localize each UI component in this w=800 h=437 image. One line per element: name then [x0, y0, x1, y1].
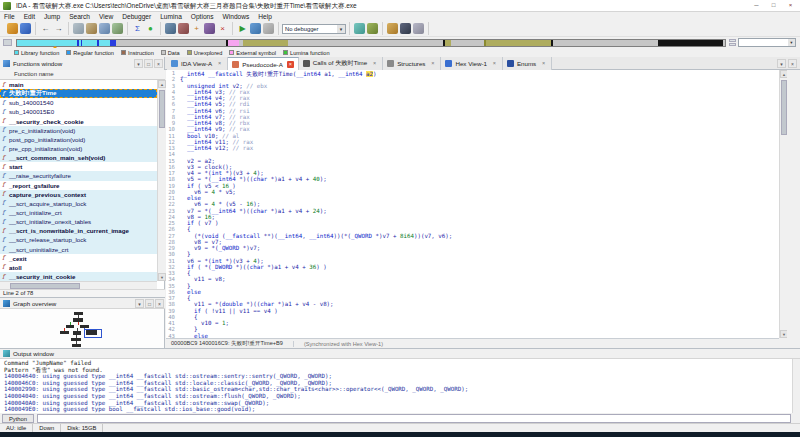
- tab-close-icon[interactable]: ×: [216, 60, 223, 67]
- function-row[interactable]: fpre_cpp_initialization(void): [0, 144, 157, 153]
- tab-structures[interactable]: Structures×: [383, 57, 441, 70]
- calculator-icon[interactable]: [413, 23, 424, 34]
- jump-to-function-combo[interactable]: ▾: [738, 38, 796, 47]
- dock-float-button[interactable]: □: [145, 299, 154, 308]
- function-row[interactable]: f_report_gsfailure: [0, 181, 157, 190]
- step-icon[interactable]: [367, 23, 378, 34]
- function-row[interactable]: fcapture_previous_context: [0, 190, 157, 199]
- cancel-icon[interactable]: ×: [217, 23, 228, 34]
- tab-calls-of-time[interactable]: Calls of 失败时Time×: [299, 57, 383, 70]
- menu-file[interactable]: File: [4, 13, 15, 20]
- navigation-band[interactable]: [16, 39, 726, 47]
- functions-horizontal-scrollbar[interactable]: [0, 281, 157, 289]
- function-row[interactable]: fsub_1400015E0: [0, 107, 157, 116]
- stop-debug-icon[interactable]: [263, 23, 274, 34]
- function-row[interactable]: fmain: [0, 80, 157, 89]
- navband-down-button[interactable]: [729, 43, 736, 46]
- menu-edit[interactable]: Edit: [24, 13, 35, 20]
- patch-icon[interactable]: [204, 23, 215, 34]
- jump-icon[interactable]: [165, 23, 176, 34]
- cli-input[interactable]: [37, 414, 791, 423]
- navband-up-button[interactable]: [729, 39, 736, 42]
- chevron-down-icon[interactable]: ▾: [337, 25, 345, 33]
- scroll-down-button[interactable]: ▼: [158, 273, 166, 281]
- shell-icon[interactable]: [400, 23, 411, 34]
- close-button[interactable]: ×: [783, 1, 798, 10]
- menu-view[interactable]: View: [99, 13, 113, 20]
- dock-close-button[interactable]: ×: [155, 299, 164, 308]
- scroll-up-button[interactable]: ▲: [158, 80, 166, 88]
- navband-drag-handle[interactable]: [3, 39, 12, 46]
- breakpoints-icon[interactable]: [178, 23, 189, 34]
- function-row[interactable]: fsub_140001540: [0, 98, 157, 107]
- tab-hex-view-1[interactable]: Hex View-1×: [441, 57, 503, 70]
- output-console[interactable]: Command "JumpName" failedPattern "看雪" wa…: [0, 359, 792, 413]
- function-row[interactable]: f_cexit: [0, 254, 157, 263]
- pseudocode-vertical-scrollbar[interactable]: ▲ ▼: [779, 70, 787, 338]
- minimize-button[interactable]: ─: [749, 1, 764, 10]
- dock-close-button[interactable]: ×: [154, 59, 163, 68]
- struct-icon[interactable]: [86, 23, 97, 34]
- menu-lumina[interactable]: Lumina: [160, 13, 182, 20]
- add-icon[interactable]: +: [191, 23, 202, 34]
- tab-list-button[interactable]: ▾: [777, 59, 786, 68]
- start-debug-icon[interactable]: ▶: [237, 23, 248, 34]
- comment-icon[interactable]: [112, 23, 123, 34]
- search-icon[interactable]: Σ: [132, 23, 143, 34]
- tab-close-icon[interactable]: ×: [287, 61, 294, 68]
- function-row[interactable]: fpre_c_initialization(void): [0, 126, 157, 135]
- menu-windows[interactable]: Windows: [223, 13, 250, 20]
- function-row[interactable]: f__scrt_initialize_crt: [0, 208, 157, 217]
- cli-interpreter-button[interactable]: Python: [2, 414, 34, 423]
- pause-debug-icon[interactable]: [250, 23, 261, 34]
- function-row[interactable]: f__scrt_initialize_onexit_tables: [0, 217, 157, 226]
- function-row[interactable]: f失败时!重开Time: [0, 89, 157, 98]
- function-row[interactable]: fpost_pgo_initialization(void): [0, 135, 157, 144]
- tab-close-button[interactable]: ×: [788, 59, 797, 68]
- undo-icon[interactable]: ←: [40, 23, 51, 34]
- function-row[interactable]: f__security_check_cookie: [0, 117, 157, 126]
- open-file-icon[interactable]: [7, 23, 18, 34]
- pseudocode-view[interactable]: 1__int64 __fastcall 失败时!重开Time(__int64 a…: [166, 70, 779, 338]
- functions-column-header[interactable]: Function name: [0, 70, 165, 80]
- tab-enums[interactable]: Enums×: [503, 57, 552, 70]
- menu-search[interactable]: Search: [69, 13, 90, 20]
- redo-icon[interactable]: →: [53, 23, 64, 34]
- output-vertical-scrollbar[interactable]: [792, 359, 800, 413]
- function-row[interactable]: fatoll: [0, 263, 157, 272]
- menu-help[interactable]: Help: [258, 13, 272, 20]
- function-row[interactable]: f__scrt_is_nonwritable_in_current_image: [0, 226, 157, 235]
- data-icon[interactable]: [73, 23, 84, 34]
- attach-process-icon[interactable]: [354, 23, 365, 34]
- menu-debugger[interactable]: Debugger: [122, 13, 151, 20]
- debugger-selector-combo[interactable]: No debugger▾: [282, 24, 346, 34]
- tab-close-icon[interactable]: ×: [540, 60, 547, 67]
- dock-menu-button[interactable]: ▾: [135, 299, 144, 308]
- graph-viewport-rect[interactable]: [84, 329, 102, 338]
- maximize-button[interactable]: □: [766, 1, 781, 10]
- lumina-icon[interactable]: ●: [145, 23, 156, 34]
- tab-ida-view-a[interactable]: IDA View-A×: [167, 57, 228, 70]
- tab-close-icon[interactable]: ×: [371, 60, 378, 67]
- function-row[interactable]: f__scrt_acquire_startup_lock: [0, 199, 157, 208]
- chevron-down-icon[interactable]: ▾: [788, 39, 795, 46]
- graph-overview-thumbnail[interactable]: [0, 309, 164, 348]
- menu-options[interactable]: Options: [191, 13, 214, 20]
- function-row[interactable]: f__scrt_uninitialize_crt: [0, 245, 157, 254]
- dock-menu-button[interactable]: ▾: [134, 59, 143, 68]
- function-row[interactable]: fstart: [0, 162, 157, 171]
- scripts-icon[interactable]: [387, 23, 398, 34]
- function-row[interactable]: f__security_init_cookie: [0, 272, 157, 281]
- save-icon[interactable]: [20, 23, 31, 34]
- dock-float-button[interactable]: □: [144, 59, 153, 68]
- scrollbar-thumb[interactable]: [159, 90, 165, 128]
- tab-pseudocode-a[interactable]: Pseudocode-A×: [228, 57, 299, 70]
- tab-close-icon[interactable]: ×: [429, 60, 436, 67]
- function-row[interactable]: f__scrt_release_startup_lock: [0, 235, 157, 244]
- rename-icon[interactable]: [99, 23, 110, 34]
- tab-close-icon[interactable]: ×: [491, 60, 498, 67]
- functions-vertical-scrollbar[interactable]: ▲ ▼: [157, 80, 165, 281]
- menu-jump[interactable]: Jump: [44, 13, 60, 20]
- function-row[interactable]: f__raise_securityfailure: [0, 171, 157, 180]
- function-row[interactable]: f__scrt_common_main_seh(void): [0, 153, 157, 162]
